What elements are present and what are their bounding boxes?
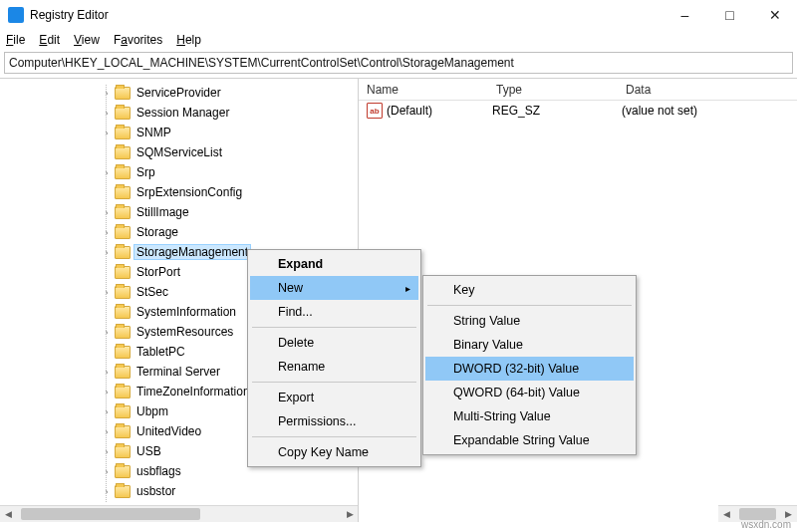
expand-icon[interactable]: › [100,287,114,298]
folder-icon [115,425,131,438]
ctx-new-expstring[interactable]: Expandable String Value [425,428,634,452]
ctx-export[interactable]: Export [250,386,418,409]
tree-item-label: StorageManagement [134,245,250,259]
folder-icon [115,465,131,478]
expand-icon[interactable]: › [100,387,114,398]
tree-item-label: Storage [134,225,180,239]
expand-icon[interactable]: › [100,167,114,178]
ctx-permissions[interactable]: Permissions... [250,409,418,433]
expand-icon[interactable]: › [100,327,114,338]
folder-icon [115,485,131,498]
tree-hscrollbar[interactable]: ◀ ▶ [0,505,359,522]
title-bar: Registry Editor – □ ✕ [0,0,797,30]
ctx-new-string[interactable]: String Value [425,309,634,333]
context-submenu-new[interactable]: Key String Value Binary Value DWORD (32-… [422,275,637,455]
tree-item[interactable]: SrpExtensionConfig [0,182,358,202]
tree-item-label: usbstor [134,484,177,498]
folder-icon [115,266,131,279]
tree-item-label: Ubpm [134,404,170,418]
expand-icon[interactable]: › [100,128,114,138]
expand-icon[interactable]: › [100,88,114,99]
ctx-new-dword[interactable]: DWORD (32-bit) Value [425,357,634,381]
address-text: Computer\HKEY_LOCAL_MACHINE\SYSTEM\Curre… [9,56,514,70]
expand-icon[interactable]: › [100,108,114,119]
folder-icon [115,286,131,299]
tree-item[interactable]: ›Storage [0,222,358,242]
expand-icon[interactable]: › [100,207,114,218]
menu-edit[interactable]: Edit [39,33,60,47]
address-bar[interactable]: Computer\HKEY_LOCAL_MACHINE\SYSTEM\Curre… [4,52,793,74]
ctx-new-key[interactable]: Key [425,278,634,302]
ctx-separator [252,436,416,437]
expand-icon[interactable]: › [100,367,114,378]
value-data: (value not set) [622,104,797,118]
tree-item[interactable]: SQMServiceList [0,142,358,162]
tree-item[interactable]: ›usbstor [0,481,358,501]
tree-item-label: UnitedVideo [134,424,203,438]
ctx-new-qword[interactable]: QWORD (64-bit) Value [425,381,634,404]
minimize-button[interactable]: – [663,0,707,30]
tree-item[interactable]: ›Srp [0,162,358,182]
scroll-thumb[interactable] [21,508,200,520]
folder-icon [115,107,131,120]
tree-item-label: ServiceProvider [134,86,223,100]
tree-item-label: TimeZoneInformation [134,385,252,399]
ctx-rename[interactable]: Rename [250,355,418,379]
tree-guide-line [106,85,107,502]
folder-icon [115,226,131,239]
menu-help[interactable]: Help [176,33,201,47]
app-icon [8,7,24,23]
ctx-copy-key-name[interactable]: Copy Key Name [250,440,418,464]
ctx-find[interactable]: Find... [250,300,418,324]
expand-icon[interactable]: › [100,466,114,477]
tree-item-label: Session Manager [134,106,231,120]
scroll-left-icon[interactable]: ◀ [0,506,17,523]
tree-item[interactable]: ›ServiceProvider [0,83,358,103]
header-name[interactable]: Name [359,83,488,97]
close-button[interactable]: ✕ [752,0,797,30]
tree-item-label: SNMP [134,126,173,139]
context-menu[interactable]: Expand New ▸ Find... Delete Rename Expor… [247,249,421,467]
ctx-new-label: New [278,281,303,295]
tree-item-label: USB [134,444,163,458]
maximize-button[interactable]: □ [707,0,752,30]
folder-icon [115,246,131,259]
tree-item-label: SystemResources [134,325,235,339]
tree-item-label: Srp [134,165,157,179]
expand-icon[interactable]: › [100,227,114,238]
expand-icon[interactable]: › [100,446,114,457]
header-type[interactable]: Type [488,83,618,97]
menu-file[interactable]: File [6,33,25,47]
expand-icon[interactable]: › [100,406,114,417]
folder-icon [115,87,131,100]
folder-icon [115,127,131,139]
folder-icon [115,146,131,159]
expand-icon[interactable]: › [100,426,114,437]
ctx-expand[interactable]: Expand [250,252,418,276]
folder-icon [115,405,131,418]
folder-icon [115,366,131,379]
scroll-track[interactable] [17,506,342,522]
ctx-new-binary[interactable]: Binary Value [425,333,634,357]
tree-item[interactable]: ›Session Manager [0,103,358,123]
folder-icon [115,445,131,458]
menu-favorites[interactable]: Favorites [114,33,162,47]
ctx-new[interactable]: New ▸ [250,276,418,300]
scroll-left-icon[interactable]: ◀ [718,506,735,523]
string-value-icon: ab [367,103,383,119]
tree-item[interactable]: ›SNMP [0,123,358,142]
ctx-new-multistring[interactable]: Multi-String Value [425,404,634,428]
header-data[interactable]: Data [618,83,797,97]
folder-icon [115,166,131,179]
list-row[interactable]: ab (Default) REG_SZ (value not set) [359,101,797,121]
expand-icon[interactable]: › [100,486,114,497]
menu-view[interactable]: View [74,33,100,47]
tree-item-label: usbflags [134,464,183,478]
expand-icon[interactable]: › [100,247,114,258]
ctx-separator [427,305,632,306]
list-header: Name Type Data [359,79,797,101]
ctx-delete[interactable]: Delete [250,331,418,355]
folder-icon [115,306,131,319]
scroll-right-icon[interactable]: ▶ [342,506,359,523]
tree-item[interactable]: ›StillImage [0,202,358,222]
